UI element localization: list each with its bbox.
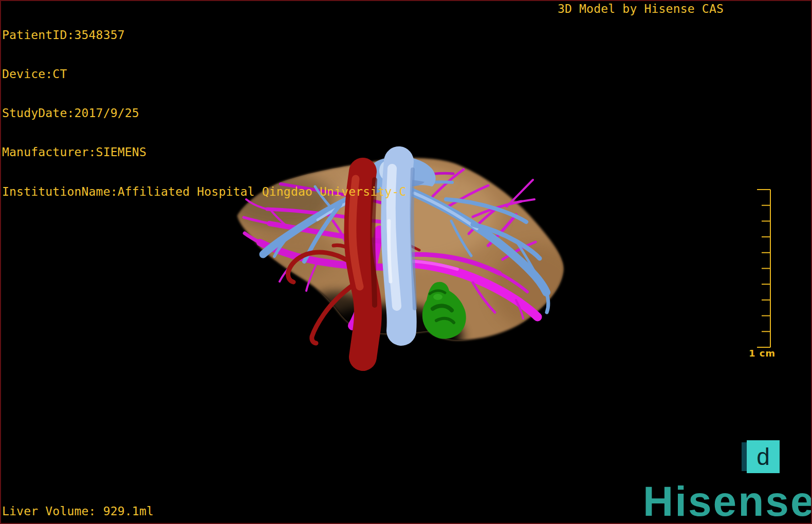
watermark-d-letter: d bbox=[756, 443, 770, 471]
watermark-icon-accent bbox=[742, 442, 747, 471]
hisense-logo: Hisense bbox=[643, 480, 812, 522]
hisense-cas-3d-viewer: { "window": { "background": "#000000", "… bbox=[0, 0, 812, 524]
study-date-line: StudyDate:2017/9/25 bbox=[2, 107, 407, 120]
patient-id-line: PatientID:3548357 bbox=[2, 29, 407, 42]
institution-line: InstitutionName:Affiliated Hospital Qing… bbox=[2, 185, 407, 198]
manufacturer-line: Manufacturer:SIEMENS bbox=[2, 146, 407, 159]
watermark-d-icon: d bbox=[747, 440, 780, 473]
scale-bar bbox=[757, 190, 770, 347]
model-title: 3D Model by Hisense CAS bbox=[558, 3, 724, 15]
patient-info-overlay: PatientID:3548357 Device:CT StudyDate:20… bbox=[2, 3, 407, 212]
device-line: Device:CT bbox=[2, 68, 407, 81]
liver-volume-readout: Liver Volume: 929.1ml bbox=[2, 505, 154, 518]
scale-bar-label: 1 cm bbox=[745, 348, 780, 359]
